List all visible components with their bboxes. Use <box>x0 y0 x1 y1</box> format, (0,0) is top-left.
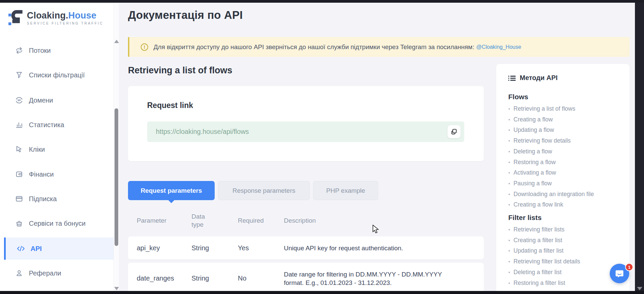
methods-section-flows: Flows <box>508 93 630 101</box>
window-frame-bottom <box>0 291 644 294</box>
column-header-data-type: Data type <box>191 213 222 229</box>
tab-request-parameters[interactable]: Request parameters <box>128 181 215 200</box>
sidebar-item-finances[interactable]: Фінанси <box>0 162 114 186</box>
warning-circle-icon: ! <box>141 43 148 51</box>
sidebar-item-label: API <box>31 245 42 253</box>
method-link[interactable]: •Retrieving filter list details <box>508 256 630 267</box>
bullet-icon: • <box>508 237 510 243</box>
bullet-icon: • <box>508 259 510 264</box>
domains-globe-icon <box>15 96 24 105</box>
notice-text: Для відкриття доступу до нашого API звер… <box>154 43 474 51</box>
copy-icon <box>451 128 457 135</box>
sidebar-item-filter-lists[interactable]: Списки фільтрації <box>0 63 114 87</box>
column-header-required: Required <box>238 217 284 225</box>
api-methods-panel: Методи API Flows •Retrieving a list of f… <box>496 64 630 294</box>
method-link[interactable]: •Creating a flow link <box>508 199 630 210</box>
bullet-icon: • <box>508 117 510 122</box>
page-title: Документація по API <box>128 9 243 22</box>
method-link[interactable]: •Activating a flow <box>508 168 630 178</box>
telegram-link[interactable]: @Cloaking_House <box>476 44 521 50</box>
sidebar-item-flows[interactable]: Потоки <box>0 38 114 63</box>
mouse-cursor <box>372 225 380 234</box>
sidebar-item-label: Статистика <box>29 121 64 129</box>
bullet-icon: • <box>508 138 510 144</box>
cell-data-type: String <box>191 274 238 282</box>
request-url: https://cloaking.house/api/flows <box>156 128 249 136</box>
cell-parameter: api_key <box>137 244 191 252</box>
page-scrollbar-down-arrow-icon[interactable] <box>637 287 642 290</box>
method-link[interactable]: •Creating a filter list <box>508 235 630 246</box>
sidebar-item-domains[interactable]: Домени <box>0 88 114 112</box>
table-row: api_key String Yes Unique API key for re… <box>128 236 484 259</box>
column-header-description: Description <box>284 217 484 225</box>
sidebar-item-subscription[interactable]: Підписка <box>0 187 114 211</box>
bullet-icon: • <box>508 181 510 186</box>
finances-wallet-icon <box>15 170 24 179</box>
cell-description: Date range for filtering in DD.MM.YYYY -… <box>284 270 472 287</box>
bullet-icon: • <box>508 106 510 112</box>
notice-banner: ! Для відкриття доступу до нашого API зв… <box>128 37 630 57</box>
filter-funnel-icon <box>15 71 24 79</box>
sidebar-item-label: Підписка <box>29 195 57 203</box>
table-header-row: Parameter Data type Required Description <box>128 208 484 233</box>
cell-data-type: String <box>191 244 238 252</box>
cell-description: Unique API key for request authenticatio… <box>284 244 472 252</box>
sidebar-item-api[interactable]: API <box>4 237 114 260</box>
sidebar-item-label: Списки фільтрації <box>29 71 85 79</box>
statistics-bars-icon <box>15 120 24 129</box>
method-link[interactable]: •Pausing a flow <box>508 178 630 189</box>
sidebar-item-label: Кліки <box>29 146 45 153</box>
sidebar: Cloaking.House SERVICE FILTERING TRAFFIC… <box>0 3 119 291</box>
app-screen: Cloaking.House SERVICE FILTERING TRAFFIC… <box>0 0 644 294</box>
method-link[interactable]: •Creating a flow <box>508 114 630 125</box>
column-header-parameter: Parameter <box>137 217 191 225</box>
request-link-card: Request link https://cloaking.house/api/… <box>128 86 484 161</box>
method-link[interactable]: •Downloading an integration file <box>508 189 630 200</box>
logo-text: Cloaking.House SERVICE FILTERING TRAFFIC <box>27 10 103 25</box>
sidebar-scrollbar-thumb[interactable] <box>115 108 118 246</box>
sidebar-item-clicks[interactable]: Кліки <box>0 137 114 161</box>
request-url-box: https://cloaking.house/api/flows <box>147 121 464 142</box>
methods-section-filter-lists: Filter lists <box>508 214 630 222</box>
parameter-tabs: Request parameters Response parameters P… <box>128 181 378 200</box>
list-icon <box>508 75 516 81</box>
copy-url-button[interactable] <box>447 125 461 138</box>
referrals-person-icon <box>15 269 24 278</box>
logo[interactable]: Cloaking.House SERVICE FILTERING TRAFFIC <box>8 9 103 26</box>
sidebar-item-services-bonuses[interactable]: Сервіси та бонуси <box>0 211 114 235</box>
subscription-card-icon <box>15 194 24 203</box>
methods-panel-title: Методи API <box>520 74 558 82</box>
sidebar-item-label: Фінанси <box>29 171 54 178</box>
bullet-icon: • <box>508 280 510 286</box>
bullet-icon: • <box>508 227 510 232</box>
logo-brand: Cloaking.House <box>27 10 103 21</box>
section-title: Retrieving a list of flows <box>128 65 232 76</box>
sidebar-scrollbar-up-arrow-icon[interactable] <box>114 40 119 43</box>
method-link[interactable]: •Updating a flow <box>508 125 630 136</box>
sidebar-item-referrals[interactable]: Реферали <box>0 261 114 285</box>
page-scrollbar-track[interactable] <box>635 0 644 294</box>
bullet-icon: • <box>508 149 510 154</box>
method-link[interactable]: •Retrieving a list of flows <box>508 104 630 114</box>
chat-notification-badge: 1 <box>625 263 633 271</box>
table-row: date_ranges String No Date range for fil… <box>128 263 484 294</box>
bullet-icon: • <box>508 202 510 208</box>
method-link[interactable]: •Restoring a flow <box>508 157 630 168</box>
sidebar-scrollbar-down-arrow-icon[interactable] <box>114 287 119 290</box>
request-link-title: Request link <box>147 101 193 110</box>
chat-bubble-icon <box>614 268 625 279</box>
methods-header: Методи API <box>508 74 630 82</box>
tab-php-example[interactable]: PHP example <box>313 181 378 200</box>
cell-parameter: date_ranges <box>137 274 191 282</box>
tab-response-parameters[interactable]: Response parameters <box>218 181 310 200</box>
sidebar-item-statistics[interactable]: Статистика <box>0 113 114 137</box>
logo-tagline: SERVICE FILTERING TRAFFIC <box>27 22 103 25</box>
bullet-icon: • <box>508 170 510 176</box>
method-link[interactable]: •Deleting a flow <box>508 146 630 157</box>
services-gift-icon <box>15 219 24 228</box>
flows-loop-icon <box>15 46 24 55</box>
bullet-icon: • <box>508 191 510 197</box>
method-link[interactable]: •Retrieving filter lists <box>508 224 630 235</box>
method-link[interactable]: •Updating a filter list <box>508 246 630 256</box>
method-link[interactable]: •Retrieving flow details <box>508 136 630 146</box>
